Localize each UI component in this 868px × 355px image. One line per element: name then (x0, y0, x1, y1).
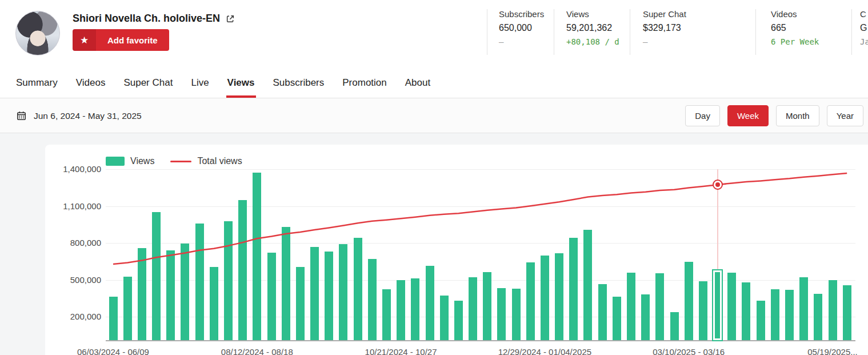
bar[interactable] (454, 301, 463, 340)
stat-c: CGJa (851, 9, 868, 55)
bar[interactable] (267, 253, 276, 340)
bar[interactable] (497, 288, 506, 340)
bar[interactable] (771, 289, 779, 340)
legend-line-swatch (170, 161, 191, 162)
bar[interactable] (238, 200, 247, 341)
gridline (106, 169, 855, 170)
stat-delta: – (643, 37, 686, 46)
bar[interactable] (354, 238, 362, 341)
calendar-icon (16, 110, 27, 121)
bar-selected[interactable] (713, 270, 722, 340)
legend-item-total-views[interactable]: Total views (170, 156, 242, 166)
bar[interactable] (843, 285, 851, 340)
y-axis-tick-label: 1,400,000 (63, 164, 101, 174)
bar[interactable] (195, 224, 204, 340)
bar[interactable] (799, 277, 808, 341)
bar[interactable] (598, 284, 607, 340)
stat-subscribers: Subscribers650,000– (487, 9, 544, 55)
channel-tabs: SummaryVideosSuper ChatLiveViewsSubscrib… (0, 67, 868, 98)
tab-about[interactable]: About (404, 67, 431, 98)
stat-value: $329,173 (643, 23, 686, 33)
bar[interactable] (210, 267, 218, 340)
main-area: ViewsTotal views 200,000500,000800,0001,… (0, 133, 868, 355)
bar[interactable] (685, 262, 693, 340)
range-button-year[interactable]: Year (827, 105, 863, 126)
bar[interactable] (469, 277, 477, 340)
bar[interactable] (138, 248, 146, 340)
stat-delta: 6 Per Week (771, 37, 819, 46)
y-axis-tick-label: 800,000 (70, 238, 101, 248)
tab-videos[interactable]: Videos (75, 67, 107, 98)
bar[interactable] (109, 297, 118, 341)
bar[interactable] (613, 297, 621, 341)
views-bar-chart: 06/03/2024 - 06/0908/12/2024 - 08/1810/2… (106, 169, 855, 341)
tab-views[interactable]: Views (226, 67, 256, 98)
bar[interactable] (224, 221, 233, 340)
bar[interactable] (411, 278, 419, 340)
y-axis-tick-label: 500,000 (70, 275, 101, 285)
bar[interactable] (483, 272, 491, 340)
bar[interactable] (382, 289, 391, 340)
legend-box-swatch (106, 157, 125, 166)
bar[interactable] (152, 212, 161, 340)
bar[interactable] (397, 280, 405, 340)
y-axis-tick-label: 200,000 (70, 312, 101, 321)
bar[interactable] (426, 266, 434, 340)
bar[interactable] (583, 230, 592, 340)
line-point-marker (713, 180, 723, 190)
bar[interactable] (742, 282, 750, 340)
bar[interactable] (512, 289, 521, 340)
bar[interactable] (296, 267, 305, 340)
bar[interactable] (368, 259, 377, 340)
stat-views: Views59,201,362+80,108 / d (554, 9, 619, 55)
bar[interactable] (253, 173, 261, 340)
x-axis-tick-label: 10/21/2024 - 10/27 (365, 347, 437, 355)
range-button-day[interactable]: Day (685, 105, 720, 126)
gridline (106, 206, 855, 207)
legend-item-views[interactable]: Views (106, 156, 154, 166)
bar[interactable] (569, 238, 578, 341)
bar[interactable] (166, 250, 175, 340)
bar[interactable] (310, 247, 319, 340)
stat-label: Videos (771, 9, 819, 19)
y-axis-tick-label: 1,100,000 (63, 201, 101, 211)
range-button-month[interactable]: Month (776, 105, 819, 126)
tab-live[interactable]: Live (190, 67, 210, 98)
tab-super-chat[interactable]: Super Chat (122, 67, 174, 98)
bar[interactable] (325, 252, 333, 340)
bar[interactable] (641, 294, 650, 340)
stat-label: Subscribers (499, 9, 544, 19)
bar[interactable] (814, 294, 822, 341)
stat-value: 665 (771, 23, 819, 33)
bar[interactable] (555, 253, 563, 340)
bar[interactable] (627, 273, 635, 340)
chart-legend: ViewsTotal views (106, 156, 242, 166)
bar[interactable] (757, 301, 765, 340)
bar[interactable] (541, 256, 549, 340)
bar[interactable] (727, 273, 736, 340)
tab-subscribers[interactable]: Subscribers (272, 67, 326, 98)
x-axis-tick-label: 12/29/2024 - 01/04/2025 (498, 347, 591, 355)
bar[interactable] (181, 244, 189, 340)
views-chart-card: ViewsTotal views 200,000500,000800,0001,… (45, 145, 868, 355)
bar[interactable] (123, 277, 132, 340)
bar[interactable] (785, 290, 794, 340)
tab-promotion[interactable]: Promotion (341, 67, 387, 98)
tab-summary[interactable]: Summary (15, 67, 59, 98)
bar[interactable] (699, 281, 707, 340)
range-button-week[interactable]: Week (727, 105, 769, 126)
bar[interactable] (526, 262, 535, 340)
stat-value: 650,000 (499, 23, 544, 33)
bar[interactable] (282, 227, 290, 340)
bar[interactable] (440, 296, 449, 341)
bar[interactable] (339, 244, 347, 340)
x-axis-tick-label: 03/10/2025 - 03/16 (653, 347, 725, 355)
stat-super-chat: Super Chat$329,173– (630, 9, 686, 55)
bar[interactable] (670, 312, 679, 340)
date-range-picker[interactable]: Jun 6, 2024 - May 31, 2025 (16, 106, 142, 125)
bar[interactable] (829, 280, 837, 340)
legend-label: Total views (197, 156, 242, 166)
bar[interactable] (655, 273, 664, 340)
range-buttons: DayWeekMonthYear (685, 105, 863, 126)
gridline (106, 280, 855, 281)
